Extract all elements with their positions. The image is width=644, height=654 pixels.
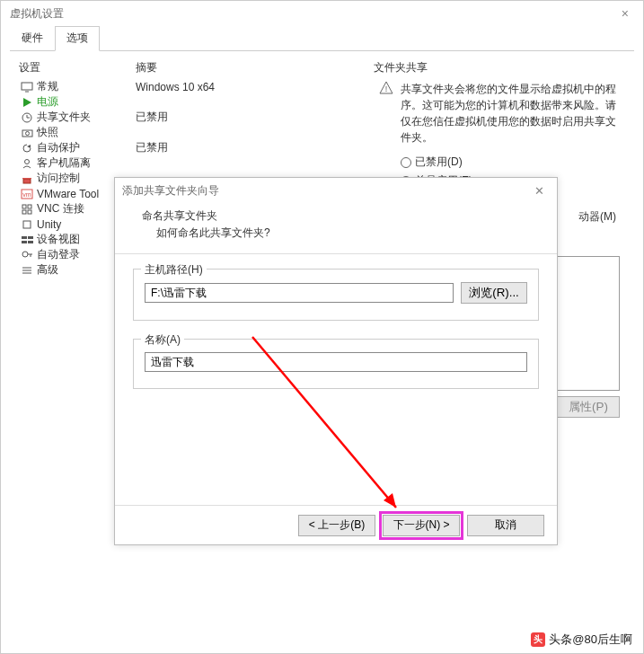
warning-icon: ! <box>379 81 393 146</box>
watermark: 头 头条@80后生啊 <box>531 632 632 648</box>
next-button[interactable]: 下一步(N) > <box>383 515 460 536</box>
play-icon <box>19 96 35 109</box>
monitor-icon <box>19 81 35 93</box>
wizard-subheading: 如何命名此共享文件夹? <box>142 225 530 241</box>
setting-row[interactable]: 常规Windows 10 x64 <box>19 79 338 94</box>
watermark-icon: 头 <box>531 632 545 647</box>
svg-rect-21 <box>22 241 27 243</box>
refresh-icon <box>19 142 35 155</box>
setting-label: 共享文件夹 <box>37 110 136 125</box>
svg-rect-22 <box>28 241 33 243</box>
column-header-summary: 摘要 <box>136 60 338 75</box>
svg-rect-11 <box>22 178 31 179</box>
cancel-button[interactable]: 取消 <box>467 515 544 536</box>
wizard-close-button[interactable]: ✕ <box>529 184 550 198</box>
svg-rect-15 <box>28 205 31 208</box>
vm-icon: vm <box>19 188 35 200</box>
properties-button: 属性(P) <box>557 396 620 418</box>
svg-point-7 <box>25 132 29 136</box>
tab-hardware[interactable]: 硬件 <box>10 26 55 50</box>
setting-label: 自动保护 <box>37 140 136 155</box>
camera-icon <box>19 127 35 139</box>
svg-rect-10 <box>23 179 31 183</box>
svg-rect-14 <box>22 205 26 208</box>
window-title: 虚拟机设置 <box>10 6 64 22</box>
watermark-text: 头条@80后生啊 <box>549 632 632 648</box>
svg-point-9 <box>25 159 30 164</box>
setting-label: 快照 <box>37 125 136 140</box>
lock-icon <box>19 172 35 185</box>
window-close-button[interactable]: × <box>616 6 634 21</box>
wizard-heading: 命名共享文件夹 <box>142 208 530 224</box>
svg-rect-17 <box>28 210 31 214</box>
column-header-setting: 设置 <box>19 60 136 75</box>
grid-icon <box>19 203 35 216</box>
svg-rect-16 <box>22 210 26 214</box>
group-folder-sharing: 文件夹共享 <box>374 60 625 75</box>
setting-label: 客户机隔离 <box>37 155 136 171</box>
setting-row[interactable]: 客户机隔离 <box>19 155 338 171</box>
back-button[interactable]: < 上一步(B) <box>298 515 375 536</box>
setting-row[interactable]: 共享文件夹已禁用 <box>19 110 338 125</box>
radio-disabled[interactable] <box>401 157 411 168</box>
svg-rect-0 <box>22 83 32 90</box>
setting-label: 电源 <box>37 94 136 110</box>
wizard-title: 添加共享文件夹向导 <box>122 183 219 199</box>
setting-row[interactable]: 自动保护已禁用 <box>19 140 338 155</box>
name-input[interactable] <box>145 352 527 372</box>
setting-summary: 已禁用 <box>136 140 338 155</box>
tab-options[interactable]: 选项 <box>55 26 100 51</box>
warning-text: 共享文件夹会将您的文件显示给虚拟机中的程序。这可能为您的计算机和数据带来风险。请… <box>401 81 625 146</box>
setting-row[interactable]: 电源 <box>19 94 338 110</box>
key-icon <box>19 249 35 261</box>
svg-point-23 <box>22 252 28 257</box>
svg-rect-20 <box>28 236 33 239</box>
bars-icon <box>19 264 35 277</box>
host-path-input[interactable] <box>145 283 454 303</box>
setting-row[interactable]: 快照 <box>19 125 338 140</box>
radio-disabled-label: 已禁用(D) <box>415 155 463 170</box>
setting-label: 常规 <box>37 79 136 94</box>
user-icon <box>19 157 35 170</box>
svg-text:!: ! <box>385 84 388 93</box>
box-icon <box>19 218 35 231</box>
setting-summary: Windows 10 x64 <box>136 81 338 93</box>
radio-disabled-row[interactable]: 已禁用(D) <box>401 155 625 170</box>
svg-marker-8 <box>27 145 31 148</box>
browse-button[interactable]: 浏览(R)... <box>461 282 527 304</box>
svg-rect-19 <box>22 236 27 239</box>
host-path-label: 主机路径(H) <box>141 262 207 278</box>
wizard-dialog: 添加共享文件夹向导 ✕ 命名共享文件夹 如何命名此共享文件夹? 主机路径(H) … <box>114 177 558 545</box>
setting-summary: 已禁用 <box>136 110 338 125</box>
preview-box <box>557 256 620 391</box>
clock-icon <box>19 111 35 124</box>
tool-icon <box>19 234 35 246</box>
svg-marker-2 <box>23 98 31 107</box>
svg-rect-18 <box>23 221 31 228</box>
name-label: 名称(A) <box>141 332 184 348</box>
map-drive-text: 动器(M) <box>578 209 616 225</box>
svg-text:vm: vm <box>22 191 31 198</box>
